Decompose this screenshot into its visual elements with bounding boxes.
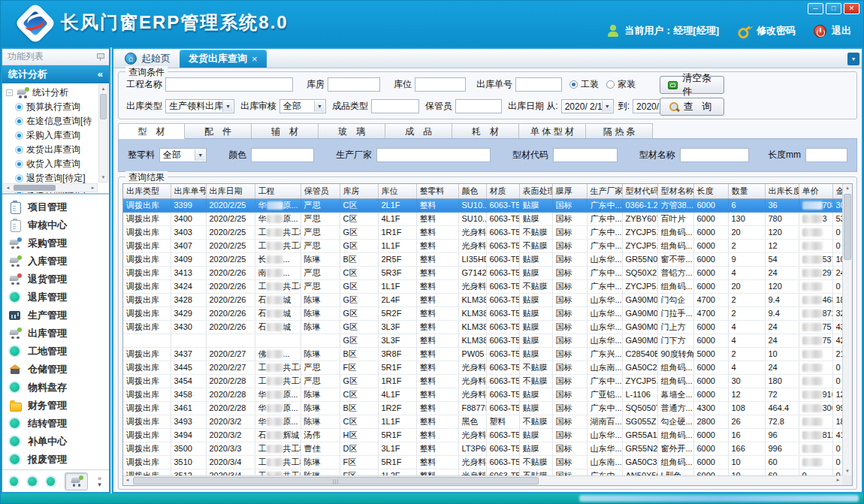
section-header[interactable]: 统计分析 « (2, 65, 109, 83)
module-item[interactable]: 采购管理 (9, 234, 109, 252)
table-row[interactable]: 调拨出库34542020/2/28工共工程严思G区1R1F整料光身料6063-T… (123, 374, 842, 388)
scroll-left-icon[interactable]: ◄ (4, 184, 12, 192)
color-input[interactable] (251, 148, 314, 162)
column-header-16[interactable]: 长度 (693, 184, 728, 198)
module-item[interactable]: 财务管理 (9, 397, 109, 415)
column-header-11[interactable]: 表面处理 (519, 184, 552, 198)
table-row[interactable]: 调拨出库34282020/2/26石城陈琳G区2L4F整料KLM38176063… (123, 293, 842, 306)
radio-jiazhuang[interactable]: 家装 (606, 78, 636, 91)
table-row[interactable]: 调拨出库35002020/3/3工共工程曹佳D区3L1F整料LT3P606063… (123, 442, 842, 455)
table-row[interactable]: 调拨出库34372020/2/27佛...陈琳B区3R8F整料PW056063-… (123, 347, 842, 361)
tree-item-1[interactable]: 预算执行查询 (6, 100, 98, 114)
module-item[interactable]: 入库管理 (9, 252, 109, 270)
tree-vertical-scrollbar[interactable]: ▲ ▼ (98, 84, 108, 183)
table-row[interactable]: 调拨出库34942020/3/2石辉城汤伟H区5R1F整料光身料6063-T5贴… (123, 428, 842, 442)
minimize-button[interactable]: ─ (808, 3, 823, 14)
outbound-order-input[interactable] (515, 77, 562, 92)
table-row[interactable]: 调拨出库34452020/2/27工共工程严思F区5R1F整料光身料6063-T… (123, 361, 842, 374)
column-header-20[interactable]: 金 (832, 184, 842, 198)
table-row[interactable]: 调拨出库34002020/2/25华原...严思C区4L1F整料SU10...6… (123, 212, 842, 225)
tree-item-4[interactable]: 发货出库查询 (6, 143, 98, 157)
column-header-13[interactable]: 生产厂家 (587, 184, 622, 198)
whole-part-select[interactable]: 全部 (159, 148, 207, 162)
column-header-19[interactable]: 单价 (799, 184, 832, 198)
table-row[interactable]: 调拨出库34072020/2/25工共工程严思G区1L1F整料光身料6063-T… (123, 239, 842, 252)
maximize-button[interactable]: □ (826, 3, 841, 14)
table-row[interactable]: 调拨出库35122020/3/4工共工程陈琳F区1L2F整料光身料6063-T5… (123, 469, 842, 475)
column-header-8[interactable]: 整零料 (416, 184, 458, 198)
product-type-input[interactable] (371, 99, 419, 113)
column-header-7[interactable]: 库位 (378, 184, 416, 198)
table-row[interactable]: 调拨出库34302020/2/26石城陈琳G区3L3F整料KLM38176063… (123, 320, 842, 333)
project-name-input[interactable] (165, 77, 293, 92)
tab-home[interactable]: ⌂ 起始页 (116, 50, 180, 68)
outbound-type-select[interactable]: 生产领料出库 (165, 99, 234, 113)
table-row[interactable]: 调拨出库34612020/2/28华原...陈琳B区1R2F整料F8877FT6… (123, 401, 842, 415)
column-header-18[interactable]: 出库长度 (765, 184, 799, 198)
module-item[interactable]: 出库管理 (9, 324, 109, 343)
tree-item-5[interactable]: 收货入库查询 (6, 157, 98, 171)
column-header-14[interactable]: 型材代码 (622, 184, 657, 198)
scroll-up-icon[interactable]: ▲ (99, 85, 107, 93)
material-tab[interactable]: 辅 材 (252, 123, 319, 139)
table-row[interactable]: 调拨出库34582020/2/28华原...陈琳C区4L1F整料光身料6063-… (123, 388, 842, 401)
material-tab[interactable]: 玻 璃 (319, 123, 385, 139)
column-header-5[interactable]: 保管员 (301, 184, 340, 198)
column-header-17[interactable]: 数量 (728, 184, 765, 198)
material-tab[interactable]: 配 件 (185, 123, 252, 139)
outbound-audit-select[interactable]: 全部 (279, 99, 326, 113)
scroll-right-icon[interactable]: ► (834, 476, 842, 485)
logout-link[interactable]: 退出 (832, 24, 851, 38)
module-item[interactable]: 生产管理 (9, 306, 109, 324)
material-tab[interactable]: 单 体 型 材 (519, 123, 586, 139)
tab-shipping-outbound-query[interactable]: 发货出库查询 × (180, 50, 267, 68)
date-from-select[interactable]: 2020/ 2/16 (561, 99, 614, 113)
column-header-10[interactable]: 材质 (486, 184, 519, 198)
profile-name-input[interactable] (680, 148, 749, 162)
keeper-input[interactable] (455, 99, 502, 113)
collapse-icon[interactable]: « (98, 65, 103, 83)
table-row[interactable]: 调拨出库34292020/2/26石城陈琳G区5R2F整料KLM38176063… (123, 306, 842, 320)
column-header-3[interactable]: 出库日期 (206, 184, 255, 198)
table-row[interactable]: 调拨出库33992020/2/25华原...严思C区2L1F整料SU10...6… (123, 198, 842, 212)
more-modules-button[interactable]: »▾ (98, 475, 101, 487)
column-header-4[interactable]: 工程 (255, 184, 301, 198)
module-item[interactable]: 项目管理 (9, 198, 109, 216)
scroll-down-icon[interactable]: ▼ (843, 467, 852, 475)
module-item[interactable]: 工地管理 (9, 343, 109, 361)
tree-root-item[interactable]: −统计分析 (6, 86, 98, 100)
module-item[interactable]: 补单中心 (9, 433, 109, 451)
radio-gongzhuang[interactable]: 工装 (569, 78, 599, 91)
close-button[interactable]: ✕ (844, 3, 859, 14)
column-header-15[interactable]: 型材名称 (657, 184, 693, 198)
change-password-link[interactable]: 修改密码 (757, 24, 796, 38)
module-item[interactable]: 仓储管理 (9, 361, 109, 379)
material-tab[interactable]: 型 材 (118, 123, 185, 139)
module-item[interactable]: 退货管理 (9, 270, 109, 288)
tab-list-dropdown-icon[interactable]: ▾ (847, 53, 859, 65)
scroll-left-icon[interactable]: ◄ (123, 476, 131, 485)
location-input[interactable] (415, 77, 466, 92)
module-dot-icon[interactable] (10, 477, 18, 486)
column-header-9[interactable]: 颜色 (458, 184, 486, 198)
expander-icon[interactable]: − (6, 89, 13, 96)
material-tab[interactable]: 耗 材 (452, 123, 519, 139)
module-dot-icon[interactable] (28, 477, 36, 486)
clear-conditions-button[interactable]: 清空条件 (660, 76, 724, 94)
module-item[interactable]: 审核中心 (9, 216, 109, 234)
table-row[interactable]: 调拨出库35102020/3/4工共工程陈琳F区5R1F整料光身料6063-T5… (123, 455, 842, 469)
table-row[interactable]: 调拨出库34092020/2/25长...陈琳B区2R5F整料LI35HD606… (123, 252, 842, 266)
tree-horizontal-scrollbar[interactable]: ◄ ► (3, 183, 98, 192)
module-item[interactable]: 退库管理 (9, 288, 109, 306)
column-header-12[interactable]: 膜厚 (552, 184, 587, 198)
module-item[interactable]: 报废管理 (9, 451, 109, 469)
module-dot-icon[interactable] (47, 477, 55, 486)
tree-item-3[interactable]: 采购入库查询 (6, 128, 98, 143)
tree-item-2[interactable]: 在途信息查询[待 (6, 114, 98, 128)
scroll-down-icon[interactable]: ▼ (99, 174, 107, 182)
profile-code-input[interactable] (553, 148, 618, 162)
search-button[interactable]: 查 询 (660, 98, 724, 116)
material-tab[interactable]: 隔 热 条 (586, 123, 653, 139)
manufacturer-input[interactable] (376, 148, 491, 162)
cart-module-button[interactable] (65, 472, 88, 490)
